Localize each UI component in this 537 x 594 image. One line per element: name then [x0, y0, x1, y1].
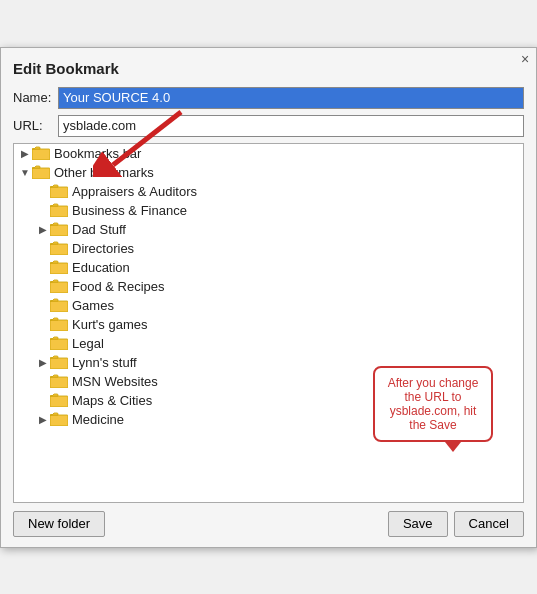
save-button[interactable]: Save [388, 511, 448, 537]
folder-icon-education [50, 260, 68, 274]
svg-rect-7 [50, 244, 68, 255]
tree-item-label-maps-cities: Maps & Cities [72, 393, 152, 408]
tree-item-appraisers[interactable]: Appraisers & Auditors [14, 182, 523, 201]
cancel-button[interactable]: Cancel [454, 511, 524, 537]
bookmark-tree[interactable]: ▶ Bookmarks bar▼ Other bookmarks Apprais… [13, 143, 524, 503]
svg-rect-5 [50, 206, 68, 217]
folder-icon-dad-stuff [50, 222, 68, 236]
toggle-other-bookmarks[interactable]: ▼ [18, 167, 32, 178]
folder-icon-games [50, 298, 68, 312]
folder-icon-kurts-games [50, 317, 68, 331]
svg-rect-14 [50, 377, 68, 388]
folder-icon-medicine [50, 412, 68, 426]
folder-icon-lynns-stuff [50, 355, 68, 369]
callout-box: After you change the URL to ysblade.com,… [373, 366, 493, 442]
svg-rect-15 [50, 396, 68, 407]
folder-icon-directories [50, 241, 68, 255]
folder-icon-bookmarks-bar [32, 146, 50, 160]
toggle-medicine[interactable]: ▶ [36, 414, 50, 425]
url-label: URL: [13, 118, 58, 133]
tree-item-directories[interactable]: Directories [14, 239, 523, 258]
tree-item-label-appraisers: Appraisers & Auditors [72, 184, 197, 199]
tree-item-dad-stuff[interactable]: ▶ Dad Stuff [14, 220, 523, 239]
svg-rect-13 [50, 358, 68, 369]
tree-item-label-lynns-stuff: Lynn's stuff [72, 355, 137, 370]
tree-item-label-medicine: Medicine [72, 412, 124, 427]
tree-item-label-dad-stuff: Dad Stuff [72, 222, 126, 237]
tree-item-label-kurts-games: Kurt's games [72, 317, 147, 332]
tree-item-business-finance[interactable]: Business & Finance [14, 201, 523, 220]
tree-item-label-legal: Legal [72, 336, 104, 351]
tree-item-label-business-finance: Business & Finance [72, 203, 187, 218]
tree-item-legal[interactable]: Legal [14, 334, 523, 353]
tree-item-label-msn-websites: MSN Websites [72, 374, 158, 389]
name-field-row: Name: [13, 87, 524, 109]
toggle-bookmarks-bar[interactable]: ▶ [18, 148, 32, 159]
svg-rect-12 [50, 339, 68, 350]
svg-rect-2 [32, 149, 50, 160]
name-label: Name: [13, 90, 58, 105]
folder-icon-food-recipes [50, 279, 68, 293]
svg-rect-11 [50, 320, 68, 331]
url-field-row: URL: [13, 115, 524, 137]
tree-item-education[interactable]: Education [14, 258, 523, 277]
tree-item-other-bookmarks[interactable]: ▼ Other bookmarks [14, 163, 523, 182]
svg-rect-3 [32, 168, 50, 179]
svg-rect-9 [50, 282, 68, 293]
edit-bookmark-dialog: × Edit Bookmark Name: URL: ▶ Bookmarks b… [0, 47, 537, 548]
folder-icon-other-bookmarks [32, 165, 50, 179]
tree-item-label-games: Games [72, 298, 114, 313]
folder-icon-msn-websites [50, 374, 68, 388]
dialog-title: Edit Bookmark [13, 60, 524, 77]
toggle-dad-stuff[interactable]: ▶ [36, 224, 50, 235]
callout-text: After you change the URL to ysblade.com,… [388, 376, 479, 432]
folder-icon-business-finance [50, 203, 68, 217]
svg-rect-6 [50, 225, 68, 236]
folder-icon-legal [50, 336, 68, 350]
svg-rect-8 [50, 263, 68, 274]
action-buttons: Save Cancel [388, 511, 524, 537]
new-folder-button[interactable]: New folder [13, 511, 105, 537]
folder-icon-appraisers [50, 184, 68, 198]
tree-item-label-food-recipes: Food & Recipes [72, 279, 165, 294]
svg-rect-16 [50, 415, 68, 426]
name-input[interactable] [58, 87, 524, 109]
tree-item-label-directories: Directories [72, 241, 134, 256]
tree-item-kurts-games[interactable]: Kurt's games [14, 315, 523, 334]
close-button[interactable]: × [516, 50, 534, 68]
svg-rect-10 [50, 301, 68, 312]
bottom-bar: New folder Save Cancel [13, 511, 524, 537]
folder-icon-maps-cities [50, 393, 68, 407]
tree-item-food-recipes[interactable]: Food & Recipes [14, 277, 523, 296]
svg-rect-4 [50, 187, 68, 198]
tree-item-bookmarks-bar[interactable]: ▶ Bookmarks bar [14, 144, 523, 163]
tree-item-games[interactable]: Games [14, 296, 523, 315]
tree-item-label-education: Education [72, 260, 130, 275]
url-arrow-icon [93, 107, 183, 177]
toggle-lynns-stuff[interactable]: ▶ [36, 357, 50, 368]
svg-line-1 [113, 112, 181, 165]
